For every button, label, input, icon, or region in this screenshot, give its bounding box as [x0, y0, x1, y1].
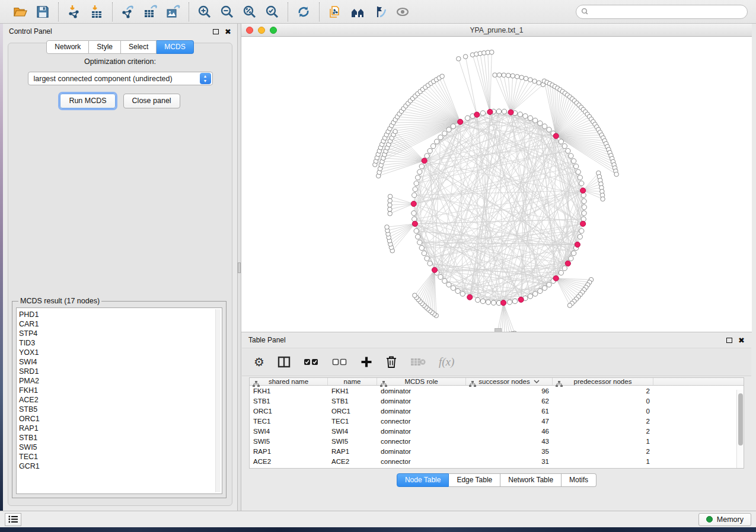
tab-node-table[interactable]: Node Table [397, 473, 449, 487]
graph-node[interactable] [601, 197, 605, 201]
graph-mcds-node[interactable] [487, 109, 493, 114]
float-panel-icon[interactable] [726, 338, 732, 343]
search-box[interactable] [576, 5, 748, 19]
graph-node[interactable] [460, 291, 465, 296]
graph-node[interactable] [533, 291, 538, 296]
graph-mcds-node[interactable] [500, 300, 506, 306]
table-row[interactable]: ACE2ACE2connector311 [250, 456, 744, 466]
graph-node[interactable] [385, 225, 390, 230]
graph-mcds-node[interactable] [580, 188, 586, 193]
tab-select[interactable]: Select [121, 40, 157, 54]
graph-node[interactable] [434, 139, 439, 144]
graph-node[interactable] [582, 198, 586, 203]
mcds-result-item[interactable]: TID3 [19, 338, 222, 348]
network-window-titlebar[interactable]: YPA_prune.txt_1 [241, 24, 752, 37]
graph-mcds-node[interactable] [553, 275, 559, 281]
mcds-result-item[interactable]: STP4 [19, 329, 222, 338]
table-row[interactable]: SWI5SWI5connector431 [250, 436, 744, 446]
graph-node[interactable] [416, 175, 420, 180]
column-header-successor-nodes[interactable]: successor nodes [466, 378, 553, 385]
graph-mcds-node[interactable] [467, 294, 473, 300]
graph-node[interactable] [571, 251, 576, 255]
graph-mcds-node[interactable] [553, 133, 559, 139]
column-header-name[interactable]: name [328, 378, 377, 385]
graph-node[interactable] [547, 282, 551, 287]
table-row[interactable]: STB1STB1dominator620 [250, 396, 744, 406]
mcds-result-item[interactable]: STB1 [19, 433, 222, 443]
zoom-fit-icon[interactable] [240, 2, 259, 21]
tab-motifs[interactable]: Motifs [562, 473, 596, 487]
graph-node[interactable] [393, 129, 398, 134]
graph-node[interactable] [480, 111, 485, 116]
graph-mcds-node[interactable] [412, 221, 417, 226]
graph-mcds-node[interactable] [565, 261, 570, 266]
mcds-result-item[interactable]: PHD1 [19, 310, 222, 319]
graph-node[interactable] [442, 278, 447, 283]
graph-node[interactable] [388, 198, 393, 203]
graph-node[interactable] [562, 143, 567, 148]
table-row[interactable]: ORC1ORC1dominator610 [250, 406, 744, 416]
add-icon[interactable] [361, 353, 372, 371]
graph-mcds-node[interactable] [474, 112, 480, 117]
graph-node[interactable] [428, 148, 432, 153]
graph-node[interactable] [571, 159, 576, 164]
graph-node[interactable] [425, 256, 429, 261]
graph-node[interactable] [480, 299, 485, 303]
graph-node[interactable] [507, 300, 512, 305]
graph-node[interactable] [388, 211, 393, 216]
tab-mcds[interactable]: MCDS [157, 40, 193, 54]
graph-node[interactable] [465, 116, 470, 120]
refresh-layout-icon[interactable] [294, 2, 313, 21]
import-table-icon[interactable] [87, 2, 106, 21]
export-network-icon[interactable] [119, 2, 138, 21]
mcds-result-item[interactable]: ORC1 [19, 414, 222, 424]
graph-node[interactable] [528, 116, 532, 120]
graph-node[interactable] [446, 127, 451, 132]
splitter-grip[interactable] [238, 262, 241, 273]
graph-mcds-node[interactable] [575, 242, 580, 247]
graph-node[interactable] [502, 109, 506, 114]
graph-node[interactable] [578, 235, 582, 239]
delete-icon[interactable] [385, 353, 397, 371]
mcds-result-item[interactable]: SWI4 [19, 357, 222, 367]
search-input[interactable] [592, 8, 742, 16]
graph-node[interactable] [579, 181, 584, 185]
graph-node[interactable] [576, 169, 580, 174]
graph-node[interactable] [518, 112, 522, 117]
graph-mcds-node[interactable] [422, 158, 427, 164]
tab-network-table[interactable]: Network Table [500, 473, 562, 487]
graph-node[interactable] [515, 75, 519, 79]
table-row[interactable]: TEC1TEC1connector472 [250, 416, 744, 426]
graph-node[interactable] [528, 294, 532, 299]
graph-node[interactable] [542, 124, 547, 129]
graph-node[interactable] [412, 193, 417, 197]
graph-node[interactable] [388, 203, 393, 207]
graph-node[interactable] [537, 81, 541, 85]
deselect-all-icon[interactable] [332, 353, 347, 371]
graph-node[interactable] [566, 148, 570, 153]
column-header-MCDS-role[interactable]: MCDS role [377, 378, 466, 385]
mcds-result-item[interactable]: ACE2 [19, 395, 222, 405]
table-scrollbar[interactable] [736, 390, 744, 468]
import-network-icon[interactable] [65, 2, 84, 21]
graph-mcds-node[interactable] [432, 267, 437, 273]
run-mcds-button[interactable]: Run MCDS [60, 94, 115, 108]
mcds-result-item[interactable]: CAR1 [19, 319, 222, 329]
graph-node[interactable] [497, 73, 502, 78]
scrollbar-thumb[interactable] [738, 393, 743, 446]
mcds-result-item[interactable]: SRD1 [19, 367, 222, 376]
graph-node[interactable] [431, 143, 436, 148]
graph-node[interactable] [573, 164, 578, 169]
graph-node[interactable] [538, 121, 543, 126]
graph-mcds-node[interactable] [518, 297, 524, 302]
close-panel-icon[interactable]: ✖ [738, 336, 745, 344]
graph-node[interactable] [493, 73, 497, 78]
graph-mcds-node[interactable] [411, 201, 416, 206]
graph-node[interactable] [532, 79, 537, 84]
graph-node[interactable] [440, 74, 445, 79]
graph-mcds-node[interactable] [580, 221, 586, 226]
graph-node[interactable] [569, 256, 573, 261]
graph-node[interactable] [533, 118, 538, 123]
mcds-result-item[interactable]: GCR1 [19, 462, 222, 471]
select-all-icon[interactable] [304, 353, 319, 371]
